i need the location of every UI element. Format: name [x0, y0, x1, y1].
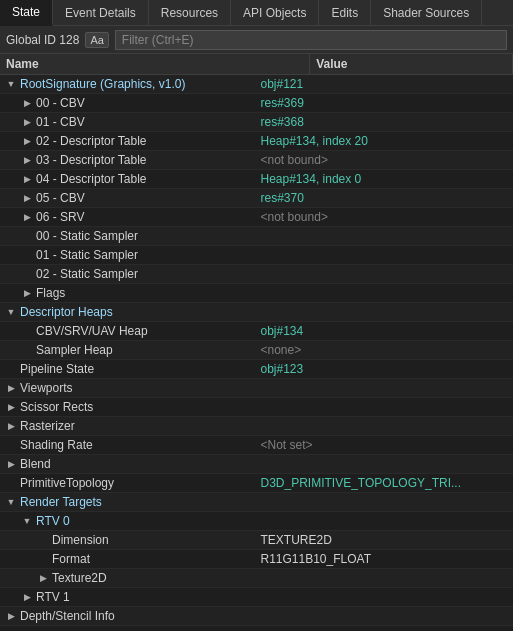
col-header-value: Value — [310, 54, 513, 75]
row-name: Scissor Rects — [20, 400, 93, 414]
expand-icon[interactable]: ▶ — [20, 134, 34, 148]
row-name: Descriptor Heaps — [20, 305, 113, 319]
row-name: Render Targets — [20, 495, 102, 509]
row-name-cell: ▶Flags — [0, 284, 257, 303]
row-name-cell: ▶00 - CBV — [0, 94, 257, 113]
row-value-cell: <none> — [257, 341, 514, 360]
row-name: RootSignature (Graphics, v1.0) — [20, 77, 185, 91]
table-row: ▶Flags — [0, 284, 513, 303]
row-name-cell: Dimension — [0, 531, 257, 550]
row-name: Texture2D — [52, 571, 107, 585]
null-value: <not bound> — [261, 153, 328, 167]
row-name: Viewports — [20, 381, 72, 395]
tab-api-objects[interactable]: API Objects — [231, 0, 319, 25]
table-row: Pipeline Stateobj#123 — [0, 360, 513, 379]
row-name-cell: Pipeline State — [0, 360, 257, 379]
expand-icon[interactable]: ▶ — [20, 191, 34, 205]
null-value: <Not set> — [261, 438, 313, 452]
row-value-cell[interactable]: obj#121 — [257, 75, 514, 94]
row-value-cell[interactable]: obj#134 — [257, 322, 514, 341]
row-name-cell: ▶Viewports — [0, 379, 257, 398]
row-name: Flags — [36, 286, 65, 300]
table-row: ▶RTV 1 — [0, 588, 513, 607]
table-row: CBV/SRV/UAV Heapobj#134 — [0, 322, 513, 341]
row-value-cell[interactable]: D3D_PRIMITIVE_TOPOLOGY_TRI... — [257, 474, 514, 493]
row-value-cell[interactable]: res#368 — [257, 113, 514, 132]
table-row: ▶05 - CBVres#370 — [0, 189, 513, 208]
row-name-cell: ▶05 - CBV — [0, 189, 257, 208]
table-row: ▶Depth/Stencil Info — [0, 607, 513, 626]
expand-icon[interactable]: ▶ — [20, 153, 34, 167]
tab-state[interactable]: State — [0, 0, 53, 26]
row-value-cell[interactable]: res#370 — [257, 189, 514, 208]
link-value[interactable]: obj#134 — [261, 324, 304, 338]
expand-icon[interactable]: ▶ — [4, 609, 18, 623]
expand-icon[interactable]: ▶ — [20, 286, 34, 300]
row-name-cell: ▶Rasterizer — [0, 417, 257, 436]
row-name: 01 - CBV — [36, 115, 85, 129]
tab-edits[interactable]: Edits — [319, 0, 371, 25]
row-value-cell[interactable]: Heap#134, index 0 — [257, 170, 514, 189]
col-header-name: Name — [0, 54, 310, 75]
table-row: ▼Descriptor Heaps — [0, 303, 513, 322]
row-name: Blend — [20, 457, 51, 471]
collapse-icon[interactable]: ▼ — [20, 514, 34, 528]
link-value[interactable]: obj#123 — [261, 362, 304, 376]
table-row: DimensionTEXTURE2D — [0, 531, 513, 550]
plain-value — [257, 588, 514, 607]
row-value-cell[interactable]: Heap#134, index 20 — [257, 132, 514, 151]
plain-value — [257, 379, 514, 398]
row-name: Pipeline State — [20, 362, 94, 376]
tab-event-details[interactable]: Event Details — [53, 0, 149, 25]
expand-icon[interactable]: ▶ — [4, 400, 18, 414]
table-row: Shading Rate<Not set> — [0, 436, 513, 455]
row-name: 04 - Descriptor Table — [36, 172, 147, 186]
collapse-icon[interactable]: ▼ — [4, 495, 18, 509]
plain-value — [257, 607, 514, 626]
table-body-scroll[interactable]: ▼RootSignature (Graphics, v1.0)obj#121▶0… — [0, 75, 513, 630]
plain-value — [257, 265, 514, 284]
collapse-icon[interactable]: ▼ — [4, 77, 18, 91]
row-name-cell: Format — [0, 550, 257, 569]
row-name-cell: ▶Depth/Stencil Info — [0, 607, 257, 626]
row-name-cell: 01 - Static Sampler — [0, 246, 257, 265]
expand-icon[interactable]: ▶ — [36, 571, 50, 585]
expand-icon[interactable]: ▶ — [20, 96, 34, 110]
row-name: PrimitiveTopology — [20, 476, 114, 490]
table-row: 00 - Static Sampler — [0, 227, 513, 246]
row-name: 00 - Static Sampler — [36, 229, 138, 243]
expand-icon[interactable]: ▶ — [20, 115, 34, 129]
table-row: ▶Rasterizer — [0, 417, 513, 436]
link-value[interactable]: Heap#134, index 0 — [261, 172, 362, 186]
row-value-cell[interactable]: res#369 — [257, 94, 514, 113]
expand-icon[interactable]: ▶ — [20, 210, 34, 224]
expand-icon[interactable]: ▶ — [4, 457, 18, 471]
null-value: <not bound> — [261, 210, 328, 224]
row-name-cell: 00 - Static Sampler — [0, 227, 257, 246]
tab-resources[interactable]: Resources — [149, 0, 231, 25]
row-name-cell: ▶Texture2D — [0, 569, 257, 588]
link-value[interactable]: D3D_PRIMITIVE_TOPOLOGY_TRI... — [261, 476, 462, 490]
link-value[interactable]: obj#121 — [261, 77, 304, 91]
row-name: Shading Rate — [20, 438, 93, 452]
row-name: Depth/Stencil Info — [20, 609, 115, 623]
table-row: ▶03 - Descriptor Table<not bound> — [0, 151, 513, 170]
tab-shader-sources[interactable]: Shader Sources — [371, 0, 482, 25]
plain-value — [257, 493, 514, 512]
link-value[interactable]: res#368 — [261, 115, 304, 129]
collapse-icon[interactable]: ▼ — [4, 305, 18, 319]
expand-icon[interactable]: ▶ — [20, 590, 34, 604]
link-value[interactable]: res#369 — [261, 96, 304, 110]
row-name-cell: ▼RTV 0 — [0, 512, 257, 531]
filter-input[interactable] — [115, 30, 507, 50]
row-name: 03 - Descriptor Table — [36, 153, 147, 167]
link-value[interactable]: res#370 — [261, 191, 304, 205]
link-value[interactable]: Heap#134, index 20 — [261, 134, 368, 148]
expand-icon[interactable]: ▶ — [20, 172, 34, 186]
expand-icon[interactable]: ▶ — [4, 381, 18, 395]
case-sensitive-button[interactable]: Aa — [85, 32, 108, 48]
row-name: 00 - CBV — [36, 96, 85, 110]
row-name-cell: Sampler Heap — [0, 341, 257, 360]
row-value-cell[interactable]: obj#123 — [257, 360, 514, 379]
expand-icon[interactable]: ▶ — [4, 419, 18, 433]
